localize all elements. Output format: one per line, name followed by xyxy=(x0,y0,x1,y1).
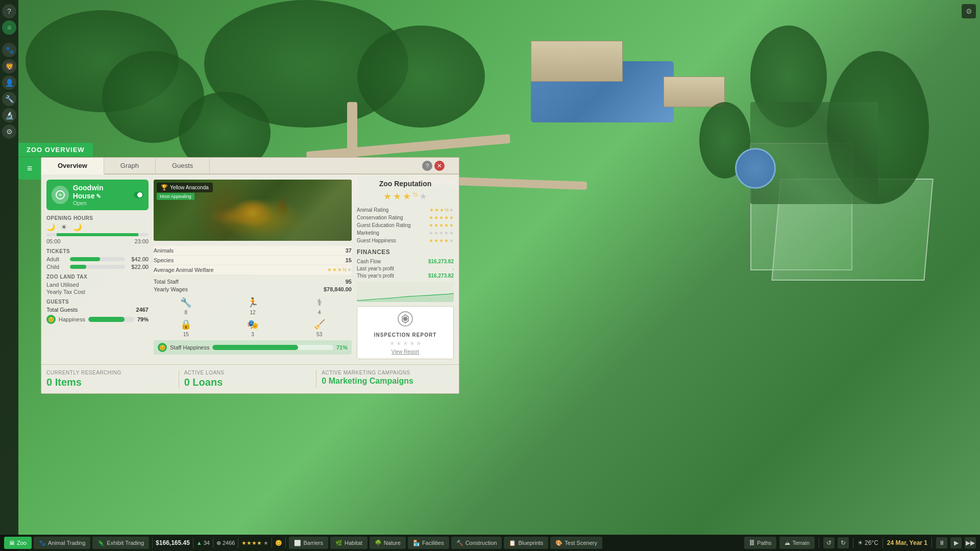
child-slider[interactable] xyxy=(70,265,125,269)
tab-guests[interactable]: Guests xyxy=(156,158,210,173)
hours-labels: 05:00 23:00 xyxy=(46,238,149,244)
zoo-open-toggle[interactable] xyxy=(134,192,143,198)
total-guests-row: Total Guests 2467 xyxy=(46,307,149,313)
security-count: 15 xyxy=(183,332,189,337)
inspection-label: INSPECTION REPORT xyxy=(361,332,449,338)
adult-slider[interactable] xyxy=(70,257,125,261)
middle-column: 🏆 Yellow Anaconda Most Appealing Animals… xyxy=(154,180,352,359)
sidebar-staff-icon[interactable]: 👤 xyxy=(2,76,16,90)
mechanics-count: 8 xyxy=(185,310,188,315)
exhibit-trading-button[interactable]: 🦎 Exhibit Trading xyxy=(92,537,149,549)
temperature-display: ☀ 26°C xyxy=(857,539,878,546)
taskbar-divider-3 xyxy=(213,538,213,548)
thisyear-row: This year's profit $16,273.82 xyxy=(357,273,454,279)
keepers-icon: 🏃 xyxy=(246,295,260,310)
terrain-button[interactable]: ⛰ Terrain xyxy=(779,537,815,549)
barriers-button[interactable]: ⬜ Barriers xyxy=(289,537,328,549)
research-value: 0 Items xyxy=(46,377,174,388)
wages-value: $78,840.00 xyxy=(324,286,352,292)
sidebar-settings-icon[interactable]: ⚙ xyxy=(2,124,16,139)
panel-help-button[interactable]: ? xyxy=(422,161,432,171)
inspection-icon xyxy=(361,311,449,330)
animal-rating-row: Animal Rating ★★★½★ xyxy=(357,207,454,213)
reputation-stars: ★ ★ ★ ½ ★ xyxy=(357,191,454,202)
tab-overview[interactable]: Overview xyxy=(41,158,104,174)
opening-hours-label: OPENING HOURS xyxy=(46,215,149,221)
species-label: Species xyxy=(154,257,174,263)
taskbar-divider-8 xyxy=(853,538,853,548)
main-panel: Overview Graph Guests ? ✕ Goodwin House✎ xyxy=(41,157,459,394)
panel-nav-icon[interactable]: ≡ xyxy=(18,157,41,180)
construction-button[interactable]: 🔨 Construction xyxy=(451,537,502,549)
staff-total-label: Total Staff xyxy=(154,279,179,285)
camera-rotate-left[interactable]: ↺ xyxy=(823,537,835,548)
sidebar-research-icon[interactable]: 🔬 xyxy=(2,108,16,122)
sidebar-overview-icon[interactable]: ≡ xyxy=(2,20,16,35)
staff-happiness-bar: 😊 Staff Happiness 71% xyxy=(154,340,352,355)
sidebar-species-icon[interactable]: 🦁 xyxy=(2,59,16,73)
blueprints-icon: 📋 xyxy=(509,540,516,546)
species-count-row: Species 15 xyxy=(154,256,352,265)
speed-1-button[interactable]: ▶ xyxy=(950,537,962,548)
taskbar-divider-10 xyxy=(932,538,932,548)
facilities-button[interactable]: 🏪 Facilities xyxy=(408,537,449,549)
tab-graph[interactable]: Graph xyxy=(104,158,156,173)
settings-corner-button[interactable]: ⚙ xyxy=(962,4,976,18)
nature-button[interactable]: 🌳 Nature xyxy=(370,537,406,549)
zoo-button[interactable]: 🏛 Zoo xyxy=(4,537,32,549)
blueprints-button[interactable]: 📋 Blueprints xyxy=(504,537,548,549)
animal-rating-stars: ★★★½★ xyxy=(429,207,454,213)
sidebar-help-icon[interactable]: ? xyxy=(2,4,16,18)
guests-up-icon: ▲ xyxy=(197,540,202,546)
adult-price: $42.00 xyxy=(128,256,149,262)
inspection-report[interactable]: INSPECTION REPORT ★ ★ ★ ★ ★ View Report xyxy=(357,306,454,359)
loans-label: Active Loans xyxy=(184,370,311,375)
cashflow-label: Cash Flow xyxy=(357,259,381,264)
guest-happiness-rating-row: Guest Happiness ★★★★★ xyxy=(357,238,454,243)
trophy-icon: 🏆 xyxy=(161,184,168,191)
entertainers-item: 🎭 3 xyxy=(220,317,285,337)
animal-badge: 🏆 Yellow Anaconda xyxy=(157,183,213,192)
child-ticket-row: Child $22.00 xyxy=(46,264,149,270)
left-sidebar: ? ≡ 🐾 🦁 👤 🔧 🔬 ⚙ xyxy=(0,0,18,551)
speed-2-button[interactable]: ▶▶ xyxy=(965,537,976,548)
hours-slider[interactable] xyxy=(46,233,149,236)
education-rating-row: Guest Education Rating ★★★★★ xyxy=(357,222,454,228)
visitors-icon: ⊕ xyxy=(216,540,221,546)
zoo-name-card[interactable]: Goodwin House✎ Open xyxy=(46,180,149,210)
zoo-land-tax-label: ZOO LAND TAX xyxy=(46,274,149,280)
habitat-button[interactable]: 🌿 Habitat xyxy=(330,537,368,549)
zoo-name: Goodwin House✎ xyxy=(73,184,130,200)
cashflow-chart xyxy=(357,282,454,302)
facilities-icon: 🏪 xyxy=(413,540,420,546)
taskbar-divider-9 xyxy=(883,538,883,548)
lastyear-value: - xyxy=(452,266,454,271)
thisyear-value: $16,273.82 xyxy=(428,273,454,279)
test-scenery-button[interactable]: 🎨 Test Scenery xyxy=(550,537,602,549)
animal-trading-button[interactable]: 🐾 Animal Trading xyxy=(34,537,90,549)
sidebar-mechanics-icon[interactable]: 🔧 xyxy=(2,92,16,106)
paths-button[interactable]: 🛤 Paths xyxy=(744,537,776,549)
happiness-row: 😊 Happiness 79% xyxy=(46,315,149,324)
mechanics-icon: 🔧 xyxy=(179,295,193,310)
research-section: Currently Researching 0 Items xyxy=(46,370,179,388)
sidebar-animals-icon[interactable]: 🐾 xyxy=(2,43,16,57)
welfare-stars: ★★★½★ xyxy=(327,267,352,273)
security-item: 🔒 15 xyxy=(154,317,218,337)
species-value: 15 xyxy=(346,257,352,263)
welfare-label: Average Animal Welfare xyxy=(154,267,214,273)
lastyear-label: Last year's profit xyxy=(357,266,394,271)
view-report-button[interactable]: View Report xyxy=(361,349,449,355)
keepers-count: 12 xyxy=(250,310,255,315)
construction-icon: 🔨 xyxy=(456,540,463,546)
inspection-stars: ★ ★ ★ ★ ★ xyxy=(361,340,449,347)
happiness-pct: 79% xyxy=(137,316,149,322)
svg-marker-1 xyxy=(357,293,454,302)
taskbar-divider-4 xyxy=(238,538,238,548)
camera-rotate-right[interactable]: ↻ xyxy=(838,537,849,548)
zoo-status: Open xyxy=(73,200,130,206)
education-rating-label: Guest Education Rating xyxy=(357,222,413,228)
pause-button[interactable]: ⏸ xyxy=(936,537,947,548)
panel-close-button[interactable]: ✕ xyxy=(434,161,445,171)
staff-happy-track xyxy=(212,345,333,350)
